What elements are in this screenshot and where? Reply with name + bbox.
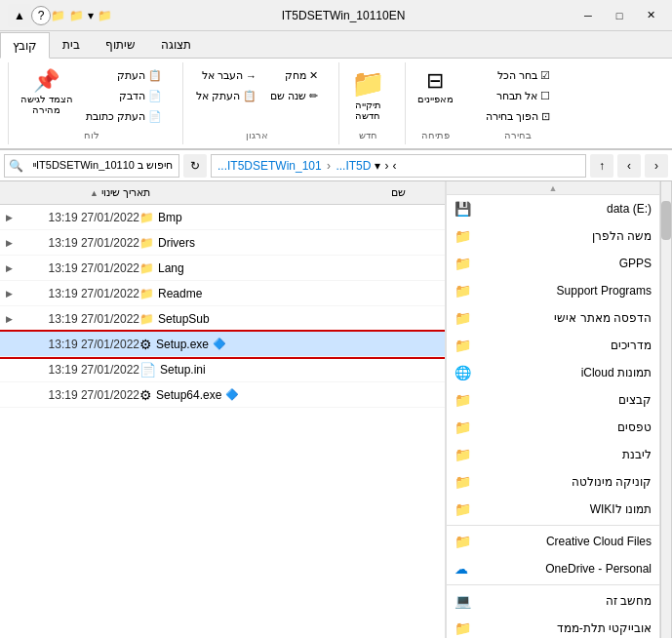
right-item-livnat[interactable]: 📁 ליבנת: [447, 441, 659, 468]
folder-icon: 📁: [455, 338, 471, 353]
back-button[interactable]: ‹: [645, 154, 668, 178]
rename-button[interactable]: ✏שנה שם: [265, 87, 323, 105]
refresh-button[interactable]: ↻: [183, 154, 207, 178]
folder-pane: תאריך שינוי ▲ שם ▶ 27/01/2022 13:19 📁 Bm…: [0, 181, 446, 638]
rename-icon: ✏: [309, 90, 318, 102]
copy-button[interactable]: 📋 העתק: [81, 66, 167, 85]
folder-icon: 📁: [455, 501, 471, 517]
search-icon: 🔍: [5, 159, 27, 173]
right-item-files[interactable]: 📁 קבצים: [447, 386, 659, 414]
up-button[interactable]: ▲: [8, 4, 31, 27]
folder-icon: 📁: [455, 419, 471, 435]
right-item-onedrive[interactable]: ☁ OneDrive - Personal: [447, 555, 659, 582]
pin-quick-access-button[interactable]: 📌 הצמד לגישהמהירה: [17, 66, 77, 119]
folder-icon: 📁: [455, 228, 471, 244]
breadcrumb: ...IT5DSETWin_101 › ...IT5D: [217, 159, 371, 173]
folder-icon: 📁: [139, 236, 154, 250]
window-title: IT5DSETWin_10110EN: [112, 9, 574, 22]
breadcrumb-part2[interactable]: ...IT5D: [336, 159, 371, 173]
ribbon-group-clipboard: 📌 הצמד לגישהמהירה 📋 העתק 📄 הדבק 📄 העתק כ…: [8, 62, 175, 144]
deselect-button[interactable]: ☐אל תבחר: [481, 87, 555, 105]
right-item-thispc[interactable]: 💻 מחשב זה: [447, 587, 659, 615]
computer-icon: 💻: [455, 593, 471, 609]
pane-container: ▲ 💾 data (E:) 📁 משה הלפרן 📁 GPPS 📁 Suppo…: [0, 181, 672, 638]
right-item-wiki[interactable]: 📁 תמונו לWIKI: [447, 496, 659, 523]
file-row-setupsub[interactable]: ▶ 27/01/2022 13:19 📁 SetupSub: [0, 306, 445, 332]
copyto-icon: 📋: [243, 90, 257, 102]
paste-icon: 📄: [148, 90, 162, 102]
right-item-moshe[interactable]: 📁 משה הלפרן: [447, 222, 659, 250]
tab-file[interactable]: קובץ: [0, 32, 50, 59]
col-header-name[interactable]: שם: [150, 186, 414, 199]
folder-icon: 📁: [455, 474, 471, 490]
invert-select-button[interactable]: ⊡הפוך בחירה: [481, 107, 555, 126]
main-area: ▲ 💾 data (E:) 📁 משה הלפרן 📁 GPPS 📁 Suppo…: [0, 181, 672, 638]
folder-icon: 📁: [455, 392, 471, 408]
right-item-print[interactable]: 📁 הדפסה מאתר אישי: [447, 304, 659, 332]
file-row-setup-exe[interactable]: ▶ 27/01/2022 13:19 ⚙ Setup.exe 🔷: [0, 332, 445, 357]
right-item-data-e[interactable]: 💾 data (E:): [447, 195, 659, 222]
ribbon-tabs: קובץ בית שיתוף תצוגה: [0, 31, 672, 59]
breadcrumb-part1[interactable]: ...IT5DSETWin_101: [217, 159, 322, 173]
clipboard-col: 📋 העתק 📄 הדבק 📄 העתק כתובת: [81, 66, 167, 126]
new-folder-button[interactable]: 📁 תיקייהחדשה: [347, 66, 389, 125]
tab-view[interactable]: תצוגה: [148, 31, 204, 58]
right-item-gpps[interactable]: 📁 GPPS: [447, 250, 659, 277]
right-item-konica[interactable]: 📁 קוניקה מינולטה: [447, 468, 659, 496]
folder-icon: 📁: [455, 256, 471, 271]
right-item-guides[interactable]: 📁 מדריכים: [447, 332, 659, 359]
file-row-lang[interactable]: ▶ 27/01/2022 13:19 📁 Lang: [0, 256, 445, 281]
breadcrumb-arrow: ▾: [375, 159, 380, 173]
breadcrumb-nav-back: ‹: [392, 159, 396, 173]
help-button[interactable]: ?: [31, 6, 51, 25]
title-folder-icon4: 📁: [51, 9, 65, 22]
right-item-cc[interactable]: 📁 Creative Cloud Files: [447, 528, 659, 555]
expand-icon: ▶: [6, 263, 13, 273]
minimize-button[interactable]: ─: [574, 6, 602, 25]
copy-to-button[interactable]: 📋העתק אל: [191, 87, 261, 105]
tab-share[interactable]: שיתוף: [93, 31, 148, 58]
new-folder-icon: 📁: [351, 70, 385, 98]
scroll-up-arrow[interactable]: ▲: [549, 183, 558, 193]
exe64-badge: 🔷: [225, 388, 239, 401]
drive-icon: 💾: [455, 201, 471, 217]
ribbon-content: 📌 הצמד לגישהמהירה 📋 העתק 📄 הדבק 📄 העתק כ…: [0, 59, 672, 149]
invert-icon: ⊡: [541, 110, 550, 123]
right-item-forms[interactable]: 📁 טפסים: [447, 414, 659, 441]
right-item-icloud[interactable]: 🌐 תמונות iCloud: [447, 359, 659, 386]
folder-icon: 📁: [139, 211, 154, 224]
expand-icon: ▶: [6, 314, 13, 324]
file-row-readme[interactable]: ▶ 27/01/2022 13:19 📁 Readme: [0, 281, 445, 306]
up-nav-button[interactable]: ↑: [590, 154, 613, 178]
ribbon-group-organize: →העבר אל 📋העתק אל ✕מחק ✏שנה שם ארגון: [182, 62, 331, 144]
title-folder-icon3: 📁: [69, 9, 84, 22]
paste-button[interactable]: 📄 הדבק: [81, 87, 167, 105]
select-all-button[interactable]: ☑בחר הכל: [481, 66, 555, 85]
delete-icon: ✕: [309, 69, 318, 82]
delete-button[interactable]: ✕מחק: [265, 66, 323, 85]
properties-button[interactable]: ⊟ מאפיינים: [414, 66, 457, 108]
properties-icon: ⊟: [426, 70, 444, 92]
close-button[interactable]: ✕: [637, 6, 664, 25]
move-to-button[interactable]: →העבר אל: [191, 66, 261, 85]
pin-icon: 📌: [33, 70, 59, 92]
file-row-setup64[interactable]: ▶ 27/01/2022 13:19 ⚙ Setup64.exe 🔷: [0, 382, 445, 408]
search-input[interactable]: [27, 160, 178, 172]
col-header-date[interactable]: תאריך שינוי ▲: [23, 186, 150, 199]
title-folder-icon: 📁: [98, 9, 112, 22]
tab-home[interactable]: בית: [50, 31, 93, 58]
forward-button[interactable]: ›: [617, 154, 641, 178]
right-pane: ▲ 💾 data (E:) 📁 משה הלפרן 📁 GPPS 📁 Suppo…: [446, 181, 660, 638]
address-bar: ‹ › ↑ ...IT5DSETWin_101 › ...IT5D ▾ › ‹ …: [0, 150, 672, 181]
file-row-drivers[interactable]: ▶ 27/01/2022 13:19 📁 Drivers: [0, 230, 445, 256]
file-row-setup-ini[interactable]: ▶ 27/01/2022 13:19 📄 Setup.ini: [0, 357, 445, 382]
right-item-3d[interactable]: 📁 אובייקטי תלת-ממד: [447, 615, 659, 638]
file-row-bmp[interactable]: ▶ 27/01/2022 13:19 📁 Bmp: [0, 205, 445, 230]
copy-icon: 📋: [148, 69, 162, 82]
cc-icon: 📁: [455, 534, 471, 549]
folder-icon: 📁: [455, 447, 471, 462]
exe-badge: 🔷: [213, 338, 226, 350]
maximize-button[interactable]: □: [606, 6, 633, 25]
right-item-support[interactable]: 📁 Support Programs: [447, 277, 659, 304]
copy-path-button[interactable]: 📄 העתק כתובת: [81, 107, 167, 126]
